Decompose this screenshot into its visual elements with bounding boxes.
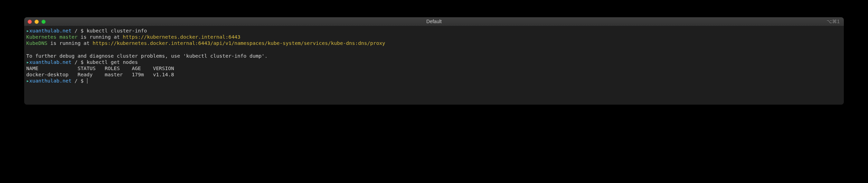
cursor-icon xyxy=(87,78,88,84)
window-title: Default xyxy=(426,19,442,25)
titlebar: Default ⌥⌘1 xyxy=(24,17,844,26)
minimize-icon[interactable] xyxy=(35,20,39,24)
prompt-sep: / xyxy=(72,78,81,84)
close-icon[interactable] xyxy=(28,20,32,24)
terminal-window: Default ⌥⌘1 ▸xuanthulab.net / $ kubectl … xyxy=(24,17,844,105)
table-header: NAME STATUS ROLES AGE VERSION xyxy=(26,66,174,71)
terminal-body[interactable]: ▸xuanthulab.net / $ kubectl cluster-info… xyxy=(24,26,844,105)
debug-msg: To further debug and diagnose cluster pr… xyxy=(26,53,267,59)
prompt-sep: / xyxy=(72,59,81,65)
prompt-arrow-icon: ▸ xyxy=(26,28,29,33)
traffic-lights xyxy=(28,20,46,24)
kube-master-label: Kubernetes master xyxy=(26,34,77,40)
master-url: https://kubernetes.docker.internal:6443 xyxy=(123,34,240,40)
prompt-arrow-icon: ▸ xyxy=(26,78,29,84)
running-at-2: is running at xyxy=(47,40,93,46)
prompt-sep: / xyxy=(72,28,81,33)
prompt-dollar: $ xyxy=(81,78,86,84)
prompt-dollar: $ xyxy=(81,59,86,65)
maximize-icon[interactable] xyxy=(41,20,46,24)
prompt-dollar: $ xyxy=(81,28,86,33)
command-1: kubectl cluster-info xyxy=(87,28,147,33)
kubedns-label: KubeDNS xyxy=(26,40,47,46)
command-2: kubectl get nodes xyxy=(87,59,138,65)
prompt-host: xuanthulab.net xyxy=(29,59,72,65)
kubedns-url: https://kubernetes.docker.internal:6443/… xyxy=(93,40,385,46)
prompt-arrow-icon: ▸ xyxy=(26,59,29,65)
table-row: docker-desktop Ready master 179m v1.14.8 xyxy=(26,72,174,77)
prompt-host: xuanthulab.net xyxy=(29,78,72,84)
running-at-1: is running at xyxy=(77,34,123,40)
prompt-host: xuanthulab.net xyxy=(29,28,72,33)
window-shortcut: ⌥⌘1 xyxy=(827,19,840,25)
